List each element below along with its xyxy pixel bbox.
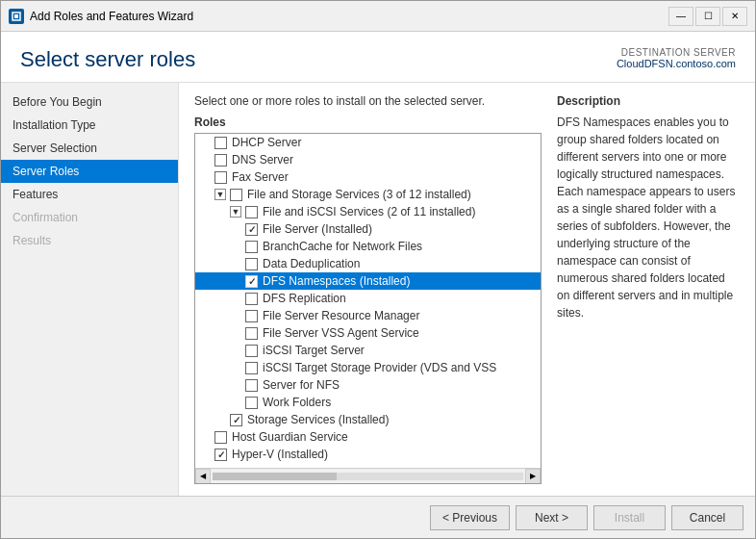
previous-button[interactable]: < Previous bbox=[430, 505, 510, 530]
role-item-work-folders[interactable]: Work Folders bbox=[195, 394, 541, 411]
checkbox-file-vss[interactable] bbox=[245, 327, 258, 340]
role-label-dfs-replication: DFS Replication bbox=[263, 292, 346, 305]
title-bar: Add Roles and Features Wizard — ☐ ✕ bbox=[1, 1, 755, 32]
roles-section: Select one or more roles to install on t… bbox=[194, 94, 542, 484]
checkbox-fax[interactable] bbox=[214, 171, 227, 184]
checkbox-host-guardian[interactable] bbox=[214, 431, 227, 444]
description-text: DFS Namespaces enables you to group shar… bbox=[557, 114, 740, 321]
role-label-hyper-v: Hyper-V (Installed) bbox=[232, 448, 328, 461]
checkbox-file-server[interactable] bbox=[245, 223, 258, 236]
checkbox-dfs-replication[interactable] bbox=[245, 293, 258, 305]
role-label-dhcp: DHCP Server bbox=[232, 136, 301, 149]
app-icon bbox=[9, 9, 24, 24]
role-item-iscsi-target-server[interactable]: iSCSI Target Server bbox=[195, 342, 541, 359]
expand-icon-file-storage[interactable]: ▼ bbox=[214, 189, 226, 200]
destination-label: DESTINATION SERVER bbox=[617, 47, 736, 58]
roles-list-scroll[interactable]: DHCP Server DNS Server Fax Server bbox=[195, 134, 541, 468]
minimize-button[interactable]: — bbox=[668, 7, 693, 26]
next-button[interactable]: Next > bbox=[516, 505, 588, 530]
checkbox-data-dedup[interactable] bbox=[245, 258, 258, 270]
role-label-data-dedup: Data Deduplication bbox=[263, 257, 360, 270]
checkbox-iscsi-target-server[interactable] bbox=[245, 345, 258, 357]
role-label-work-folders: Work Folders bbox=[263, 396, 331, 409]
expand-icon-file-iscsi[interactable]: ▼ bbox=[230, 206, 241, 218]
scroll-right-button[interactable]: ▶ bbox=[525, 469, 541, 484]
role-item-dhcp[interactable]: DHCP Server bbox=[195, 134, 541, 151]
scroll-thumb[interactable] bbox=[213, 473, 337, 480]
sidebar-item-server-selection[interactable]: Server Selection bbox=[1, 137, 178, 160]
role-item-hyper-v[interactable]: Hyper-V (Installed) bbox=[195, 446, 541, 463]
role-label-file-resource-mgr: File Server Resource Manager bbox=[263, 309, 419, 322]
checkbox-server-nfs[interactable] bbox=[245, 379, 258, 392]
checkbox-file-iscsi[interactable] bbox=[245, 206, 258, 218]
role-item-storage-services[interactable]: Storage Services (Installed) bbox=[195, 411, 541, 428]
close-button[interactable]: ✕ bbox=[722, 7, 747, 26]
role-label-iscsi-target-storage: iSCSI Target Storage Provider (VDS and V… bbox=[263, 361, 496, 374]
sidebar-item-confirmation: Confirmation bbox=[1, 206, 178, 229]
role-item-file-storage[interactable]: ▼ File and Storage Services (3 of 12 ins… bbox=[195, 186, 541, 203]
checkbox-iscsi-target-storage[interactable] bbox=[245, 362, 258, 374]
checkbox-storage-services[interactable] bbox=[230, 414, 242, 426]
window: Add Roles and Features Wizard — ☐ ✕ Sele… bbox=[0, 0, 756, 539]
role-item-host-guardian[interactable]: Host Guardian Service bbox=[195, 428, 541, 446]
role-label-file-server: File Server (Installed) bbox=[263, 222, 372, 236]
role-label-host-guardian: Host Guardian Service bbox=[232, 430, 348, 444]
checkbox-dhcp[interactable] bbox=[214, 137, 227, 149]
svg-rect-1 bbox=[14, 14, 18, 18]
role-item-dns[interactable]: DNS Server bbox=[195, 151, 541, 168]
cancel-button[interactable]: Cancel bbox=[671, 505, 743, 530]
sidebar-item-features[interactable]: Features bbox=[1, 183, 178, 206]
role-item-file-iscsi[interactable]: ▼ File and iSCSI Services (2 of 11 insta… bbox=[195, 203, 541, 220]
role-label-server-nfs: Server for NFS bbox=[263, 378, 340, 392]
role-label-file-vss: File Server VSS Agent Service bbox=[263, 326, 419, 340]
role-item-file-server[interactable]: File Server (Installed) bbox=[195, 220, 541, 238]
description-section: Description DFS Namespaces enables you t… bbox=[557, 94, 740, 484]
checkbox-dns[interactable] bbox=[214, 154, 227, 167]
checkbox-branchcache[interactable] bbox=[245, 241, 258, 253]
sidebar-item-installation-type[interactable]: Installation Type bbox=[1, 114, 178, 137]
role-item-file-resource-mgr[interactable]: File Server Resource Manager bbox=[195, 307, 541, 324]
role-label-file-iscsi: File and iSCSI Services (2 of 11 install… bbox=[263, 205, 475, 218]
role-label-fax: Fax Server bbox=[232, 170, 289, 184]
role-item-fax[interactable]: Fax Server bbox=[195, 168, 541, 186]
role-item-branchcache[interactable]: BranchCache for Network Files bbox=[195, 238, 541, 255]
sidebar: Before You Begin Installation Type Serve… bbox=[1, 83, 179, 496]
body-area: Before You Begin Installation Type Serve… bbox=[1, 83, 755, 496]
role-item-data-dedup[interactable]: Data Deduplication bbox=[195, 255, 541, 272]
role-label-iscsi-target-server: iSCSI Target Server bbox=[263, 344, 365, 357]
checkbox-hyper-v[interactable] bbox=[214, 449, 227, 461]
sidebar-item-before-you-begin[interactable]: Before You Begin bbox=[1, 90, 178, 114]
scroll-left-button[interactable]: ◀ bbox=[195, 469, 211, 484]
checkbox-file-resource-mgr[interactable] bbox=[245, 310, 258, 322]
scroll-track[interactable] bbox=[213, 473, 523, 480]
role-label-storage-services: Storage Services (Installed) bbox=[247, 413, 389, 426]
maximize-button[interactable]: ☐ bbox=[695, 7, 720, 26]
header-area: Select server roles DESTINATION SERVER C… bbox=[1, 32, 755, 83]
page-title: Select server roles bbox=[20, 47, 195, 72]
role-item-iscsi-target-storage[interactable]: iSCSI Target Storage Provider (VDS and V… bbox=[195, 359, 541, 376]
window-controls: — ☐ ✕ bbox=[668, 7, 747, 26]
destination-server-info: DESTINATION SERVER CloudDFSN.contoso.com bbox=[617, 47, 736, 69]
role-item-file-vss[interactable]: File Server VSS Agent Service bbox=[195, 324, 541, 342]
checkbox-dfs-namespaces[interactable] bbox=[245, 275, 258, 288]
content-area: Select one or more roles to install on t… bbox=[179, 83, 755, 496]
horizontal-scrollbar[interactable]: ◀ ▶ bbox=[195, 468, 541, 483]
destination-name: CloudDFSN.contoso.com bbox=[617, 58, 736, 69]
role-item-server-nfs[interactable]: Server for NFS bbox=[195, 376, 541, 394]
role-label-dfs-namespaces: DFS Namespaces (Installed) bbox=[263, 274, 410, 288]
checkbox-work-folders[interactable] bbox=[245, 397, 258, 409]
description-label: Description bbox=[557, 94, 740, 108]
role-item-dfs-replication[interactable]: DFS Replication bbox=[195, 290, 541, 307]
install-button[interactable]: Install bbox=[593, 505, 666, 530]
sidebar-item-server-roles[interactable]: Server Roles bbox=[1, 160, 178, 183]
roles-list-container: DHCP Server DNS Server Fax Server bbox=[194, 133, 542, 484]
main-content: Select server roles DESTINATION SERVER C… bbox=[1, 32, 755, 496]
section-instruction: Select one or more roles to install on t… bbox=[194, 94, 542, 108]
footer: < Previous Next > Install Cancel bbox=[1, 496, 755, 538]
role-item-dfs-namespaces[interactable]: DFS Namespaces (Installed) bbox=[195, 272, 541, 290]
role-label-file-storage: File and Storage Services (3 of 12 insta… bbox=[247, 188, 471, 201]
role-label-branchcache: BranchCache for Network Files bbox=[263, 240, 422, 253]
window-title: Add Roles and Features Wizard bbox=[30, 10, 668, 23]
checkbox-file-storage[interactable] bbox=[230, 189, 242, 201]
sidebar-item-results: Results bbox=[1, 229, 178, 252]
